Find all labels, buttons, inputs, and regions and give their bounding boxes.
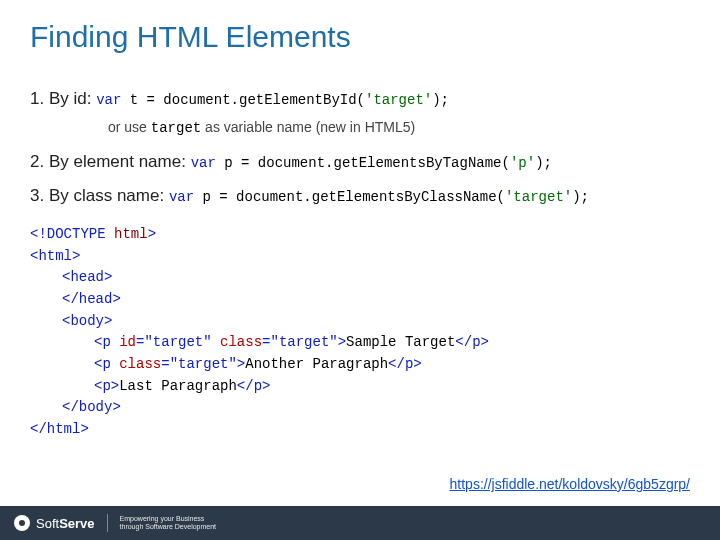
code-line: <p class="target">Another Paragraph</p> (94, 354, 690, 376)
code-line: <html> (30, 246, 690, 268)
code-keyword: var (169, 189, 194, 205)
code-text: ); (572, 189, 589, 205)
slide-title: Finding HTML Elements (30, 20, 690, 54)
footer-tagline: Empowering your Business through Softwar… (120, 515, 217, 530)
code-line: </html> (30, 419, 690, 441)
code-line: <p>Last Paragraph</p> (94, 376, 690, 398)
item-label: 2. By element name: (30, 152, 191, 171)
code-string: 'p' (510, 155, 535, 171)
note-text: as variable name (new in HTML5) (201, 119, 415, 135)
item-label: 1. By id: (30, 89, 96, 108)
item-label: 3. By class name: (30, 186, 169, 205)
code-line: <p id="target" class="target">Sample Tar… (94, 332, 690, 354)
code-line: <!DOCTYPE html> (30, 224, 690, 246)
code-line: <body> (62, 311, 690, 333)
note-text: or use (108, 119, 151, 135)
footer-bar: SoftServe Empowering your Business throu… (0, 506, 720, 540)
item-by-id: 1. By id: var t = document.getElementByI… (30, 84, 690, 115)
code-string: 'target' (505, 189, 572, 205)
item-by-class: 3. By class name: var p = document.getEl… (30, 181, 690, 212)
footer-divider (107, 514, 108, 532)
item-note: or use target as variable name (new in H… (108, 115, 690, 141)
code-line: </head> (62, 289, 690, 311)
code-text: ); (535, 155, 552, 171)
item-by-tag: 2. By element name: var p = document.get… (30, 147, 690, 178)
code-sample: <!DOCTYPE html> <html> <head> </head> <b… (30, 224, 690, 441)
code-keyword: var (96, 92, 121, 108)
slide-body: 1. By id: var t = document.getElementByI… (30, 84, 690, 441)
code-keyword: var (191, 155, 216, 171)
code-line: <head> (62, 267, 690, 289)
jsfiddle-link[interactable]: https://jsfiddle.net/koldovsky/6gb5zgrp/ (450, 476, 690, 492)
code-line: </body> (62, 397, 690, 419)
brand-text: SoftServe (36, 516, 95, 531)
code-string: 'target' (365, 92, 432, 108)
logo-icon (14, 515, 30, 531)
code-text: p = document.getElementsByTagName( (216, 155, 510, 171)
code-text: ); (432, 92, 449, 108)
note-code: target (151, 120, 201, 136)
code-text: p = document.getElementsByClassName( (194, 189, 505, 205)
code-text: t = document.getElementById( (121, 92, 365, 108)
